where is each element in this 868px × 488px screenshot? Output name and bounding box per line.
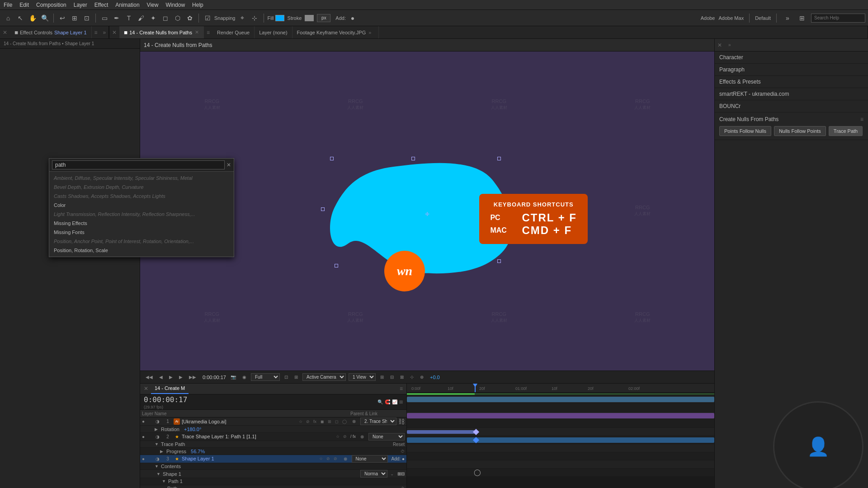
sw3-1[interactable]: ☆: [319, 456, 326, 461]
menu-layer[interactable]: Layer: [74, 2, 87, 8]
parent-3[interactable]: None: [352, 455, 388, 463]
rotation-value[interactable]: +180.0°: [184, 427, 201, 432]
layer-row-1[interactable]: ● ◑ 1 Ai [Ukramedia Logo.ai] ☆ ⊘ fx ◼ ⊞ …: [140, 418, 406, 426]
reset-btn[interactable]: Reset: [393, 442, 405, 447]
bouncr-item[interactable]: BOUNCr: [715, 100, 868, 113]
menu-effect[interactable]: Effect: [94, 2, 108, 8]
link-1[interactable]: ⊗: [352, 419, 359, 424]
comp-close-icon[interactable]: ✕: [195, 29, 199, 35]
zoom-tool[interactable]: 🔍: [39, 13, 50, 23]
add-btn-3[interactable]: Add: ●: [392, 456, 405, 461]
stroke-color[interactable]: [305, 15, 314, 21]
roto-tool[interactable]: ⬡: [172, 13, 183, 23]
menu-file[interactable]: File: [4, 2, 12, 8]
tab-footage[interactable]: Footage Keyframe Veocity.JPG »: [292, 26, 379, 38]
panel-close-left[interactable]: ✕: [0, 26, 10, 38]
region-btn[interactable]: ⊡: [283, 374, 290, 380]
solo-1[interactable]: ◑: [156, 419, 162, 424]
timeline-tab[interactable]: 14 - Create M: [151, 384, 189, 394]
smart-rekt-item[interactable]: smartREKT - ukramedia.com: [715, 88, 868, 100]
magnifier-btn[interactable]: ⊞: [797, 13, 807, 23]
expand-trace[interactable]: ▼: [155, 442, 159, 446]
expand-path1[interactable]: ▼: [162, 479, 166, 483]
handle-ml[interactable]: [321, 207, 325, 211]
effect-controls-menu[interactable]: ≡: [92, 26, 100, 38]
home-tool[interactable]: ⌂: [3, 13, 14, 23]
link-2[interactable]: ⊗: [360, 434, 367, 439]
chain-1[interactable]: ⛓: [398, 418, 405, 425]
timeline-timecode[interactable]: 0:00:00:17: [144, 395, 187, 404]
handle-bl[interactable]: [335, 264, 338, 267]
menu-composition[interactable]: Composition: [36, 2, 66, 8]
menu-help[interactable]: Help: [192, 2, 203, 8]
frame-back[interactable]: ◀: [157, 374, 165, 380]
handle-tl[interactable]: [330, 157, 334, 160]
sw3-3[interactable]: ⊘: [334, 456, 340, 461]
camera-dropdown[interactable]: Active Camera: [302, 373, 346, 381]
link-3[interactable]: ⊗: [344, 456, 350, 461]
tab-composition[interactable]: ◼ 14 - Create Nulls from Paths ✕: [119, 26, 204, 38]
sw2-3[interactable]: / fx: [350, 434, 357, 439]
add-icon[interactable]: ⊞⊟: [397, 471, 405, 476]
sw-1[interactable]: ☆: [299, 419, 305, 424]
snap-tool-2[interactable]: ⊹: [249, 13, 260, 23]
progress-value[interactable]: 56.7%: [191, 449, 205, 454]
snapping-checkbox[interactable]: ☑: [202, 13, 213, 23]
sw-4[interactable]: ◼: [321, 419, 327, 424]
parent-1[interactable]: 2. Trace Shap: [360, 418, 396, 425]
timeline-close-btn[interactable]: ✕: [144, 385, 148, 392]
view-options[interactable]: ⊞: [378, 374, 386, 380]
sw-3[interactable]: fx: [313, 419, 320, 424]
right-panel-expand[interactable]: »: [725, 39, 735, 51]
search-result-3[interactable]: Color: [49, 201, 234, 210]
search-result-8[interactable]: Position, Rotation, Scale: [49, 246, 234, 255]
sw3-2[interactable]: ⊘: [326, 456, 333, 461]
comp-menu-btn[interactable]: ≡: [204, 26, 212, 38]
rect-tool[interactable]: ▭: [99, 13, 110, 23]
play-btn[interactable]: ◀◀: [144, 374, 155, 380]
timeline-graph-icon[interactable]: 📈: [392, 399, 397, 404]
camera-icon[interactable]: 📷: [229, 374, 238, 380]
vis-2[interactable]: ●: [142, 434, 148, 439]
undo-tool[interactable]: ↩: [57, 13, 68, 23]
timecode-display[interactable]: 0:00:00:17: [203, 375, 226, 380]
frame-fwd[interactable]: ▶: [177, 374, 184, 380]
vis-3[interactable]: ●: [142, 456, 148, 461]
expand-panels[interactable]: »: [782, 13, 793, 23]
right-panel-close[interactable]: ✕: [715, 39, 725, 51]
effects-presets-item[interactable]: Effects & Presets: [715, 76, 868, 88]
handle-tr[interactable]: [497, 157, 501, 160]
stroke-width[interactable]: [317, 14, 330, 22]
playhead[interactable]: [475, 384, 476, 392]
play-pause[interactable]: ▶: [167, 374, 175, 380]
sw2-2[interactable]: ⊘: [343, 434, 349, 439]
expand-rotation[interactable]: ▶: [155, 427, 159, 432]
search-input[interactable]: [52, 160, 225, 169]
clone-tool[interactable]: ✦: [148, 13, 159, 23]
menu-edit[interactable]: Edit: [19, 2, 29, 8]
view-dropdown[interactable]: 1 View: [349, 373, 376, 381]
guides-btn[interactable]: ⊠: [398, 374, 406, 380]
nulls-follow-points-btn[interactable]: Nulls Follow Points: [774, 126, 826, 136]
sw-2[interactable]: ⊘: [306, 419, 312, 424]
blending-expand[interactable]: ⌄: [390, 471, 394, 476]
trace-path-btn[interactable]: Trace Path: [829, 126, 863, 136]
tab-effect-controls[interactable]: ◼ Effect Controls Shape Layer 1: [10, 26, 92, 38]
create-nulls-menu[interactable]: ≡: [860, 116, 863, 122]
stopwatch-progress[interactable]: ⏱: [401, 449, 405, 454]
character-item[interactable]: Character: [715, 52, 868, 64]
handle-bm[interactable]: [497, 259, 501, 263]
timeline-menu[interactable]: ≡: [400, 385, 403, 392]
tab-layer[interactable]: Layer (none): [255, 26, 292, 38]
grid-options[interactable]: ⊟: [388, 374, 396, 380]
menu-window[interactable]: Window: [165, 2, 185, 8]
tab-render-queue[interactable]: Render Queue: [212, 26, 255, 38]
eraser-tool[interactable]: ◻: [160, 13, 171, 23]
paragraph-item[interactable]: Paragraph: [715, 64, 868, 76]
timeline-search-icon[interactable]: 🔍: [377, 399, 383, 404]
menu-view[interactable]: View: [147, 2, 159, 8]
menu-animation[interactable]: Animation: [115, 2, 139, 8]
solo-3[interactable]: ◑: [156, 456, 162, 461]
text-tool[interactable]: T: [123, 13, 134, 23]
layer-row-2[interactable]: ● ◑ 2 ★ Trace Shape Layer 1: Path 1 [1.1…: [140, 433, 406, 441]
